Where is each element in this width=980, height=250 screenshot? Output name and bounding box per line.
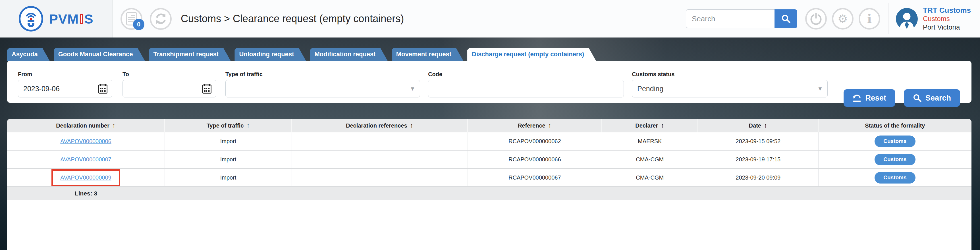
sort-arrow-icon: ↑ <box>548 122 551 129</box>
column-label: Type of traffic <box>207 123 244 129</box>
cell-status: Customs <box>819 132 972 150</box>
tab-movement-request[interactable]: Movement request <box>392 48 463 61</box>
filter-to: To <box>123 71 216 103</box>
to-date-field[interactable] <box>123 80 216 97</box>
status-badge[interactable]: Customs <box>875 135 915 147</box>
cell-date: 2023-09-20 09:09 <box>698 169 819 186</box>
filter-type-of-traffic: Type of traffic ▼ <box>225 71 420 103</box>
cell-declarer: CMA-CGM <box>602 169 698 186</box>
sort-arrow-icon: ↑ <box>410 122 413 129</box>
notification-count-badge: 0 <box>133 19 145 30</box>
quick-icons: 0 <box>121 8 172 30</box>
page-title: Customs > Clearance request (empty conta… <box>181 13 404 25</box>
column-label: Declaration references <box>346 123 407 129</box>
filter-search-button[interactable]: Search <box>904 89 960 107</box>
column-label: Declaration number <box>56 123 110 129</box>
code-field[interactable] <box>428 80 624 97</box>
cell-text: Import <box>220 138 237 145</box>
header-actions: ⚙ i <box>805 8 880 30</box>
column-header-declaration-number[interactable]: Declaration number↑ <box>7 119 165 132</box>
cell-date: 2023-09-19 17:15 <box>698 151 819 168</box>
table-row: AVAPOV000000009ImportRCAPOV000000067CMA-… <box>7 169 972 187</box>
tab-asycuda[interactable]: Asycuda <box>7 48 50 61</box>
tab-unloading-request[interactable]: Unloading request <box>234 48 306 61</box>
to-label: To <box>123 71 216 78</box>
avatar <box>896 8 918 30</box>
search-submit-button[interactable] <box>775 10 797 28</box>
column-header-type-of-traffic[interactable]: Type of traffic↑ <box>165 119 292 132</box>
declaration-link[interactable]: AVAPOV000000006 <box>60 138 111 145</box>
user-port: Port Victoria <box>923 23 971 32</box>
customs-status-label: Customs status <box>632 71 828 78</box>
refresh-button[interactable] <box>150 8 172 30</box>
settings-button[interactable]: ⚙ <box>832 8 854 30</box>
code-input[interactable] <box>433 84 619 93</box>
from-date-field[interactable] <box>18 80 112 97</box>
table-row: AVAPOV000000006ImportRCAPOV000000062MAER… <box>7 132 972 151</box>
tab-goods-manual-clearance[interactable]: Goods Manual Clearance <box>54 48 145 61</box>
chevron-down-icon: ▼ <box>410 86 415 92</box>
cell-text: 2023-09-19 17:15 <box>735 156 781 163</box>
filter-customs-status: Customs status Pending ▼ <box>632 71 828 103</box>
app-window: PVMS 0 <box>0 0 980 250</box>
column-label: Date <box>749 123 761 129</box>
column-label: Status of the formality <box>865 123 925 129</box>
table-header-row: Declaration number↑Type of traffic↑Decla… <box>7 119 972 132</box>
brand-wordmark: PVMS <box>49 11 93 27</box>
cell-reference: RCAPOV000000067 <box>468 169 602 186</box>
info-icon: i <box>867 12 872 26</box>
cell-text: 2023-09-15 09:52 <box>735 138 781 145</box>
reset-button[interactable]: Reset <box>843 89 895 107</box>
documents-button[interactable]: 0 <box>121 8 142 30</box>
from-date-input[interactable] <box>23 84 98 93</box>
gears-icon: ⚙ <box>838 13 848 24</box>
declaration-link[interactable]: AVAPOV000000009 <box>60 174 111 181</box>
search-icon <box>913 94 921 102</box>
cell-text: Import <box>220 174 237 181</box>
tab-label: Discharge request (empty containers) <box>472 51 584 58</box>
tab-transhipment-request[interactable]: Transhipment request <box>149 48 231 61</box>
filter-code: Code <box>428 71 624 103</box>
cell-date: 2023-09-15 09:52 <box>698 132 819 150</box>
cell-text: RCAPOV000000062 <box>509 138 561 145</box>
tab-label: Movement request <box>396 51 451 58</box>
cell-text: MAERSK <box>638 138 662 145</box>
cell-text: CMA-CGM <box>636 156 663 163</box>
search-icon <box>781 14 791 23</box>
column-header-declaration-references[interactable]: Declaration references↑ <box>292 119 468 132</box>
filter-buttons: Reset Search <box>843 75 960 107</box>
refresh-icon <box>154 13 167 25</box>
customs-status-value: Pending <box>637 84 817 93</box>
status-badge[interactable]: Customs <box>875 172 915 183</box>
tab-discharge-request-empty-containers[interactable]: Discharge request (empty containers) <box>467 48 596 61</box>
column-header-declarer[interactable]: Declarer↑ <box>602 119 698 132</box>
table-footer: Lines: 3 <box>7 187 972 200</box>
column-header-date[interactable]: Date↑ <box>698 119 819 132</box>
to-date-input[interactable] <box>128 84 202 93</box>
tab-modification-request[interactable]: Modification request <box>310 48 388 61</box>
cell-declarer: CMA-CGM <box>602 151 698 168</box>
column-label: Reference <box>518 123 546 129</box>
tab-bar: AsycudaGoods Manual ClearanceTranshipmen… <box>7 48 972 61</box>
calendar-icon[interactable] <box>98 83 107 94</box>
cell-text: 2023-09-20 09:09 <box>735 174 781 181</box>
customs-status-select[interactable]: Pending ▼ <box>632 80 828 97</box>
cell-status: Customs <box>819 151 972 168</box>
info-button[interactable]: i <box>859 8 880 30</box>
cell-type-of-traffic: Import <box>165 151 292 168</box>
cell-declaration-references <box>292 132 468 150</box>
status-badge[interactable]: Customs <box>875 154 915 166</box>
column-header-reference[interactable]: Reference↑ <box>468 119 602 132</box>
calendar-icon[interactable] <box>202 83 212 94</box>
declaration-link[interactable]: AVAPOV000000007 <box>60 156 111 163</box>
search-input[interactable] <box>686 10 775 28</box>
from-label: From <box>18 71 112 78</box>
cell-text: CMA-CGM <box>636 174 663 181</box>
cell-declaration-number: AVAPOV000000009 <box>7 169 165 186</box>
type-of-traffic-select[interactable]: ▼ <box>225 80 420 97</box>
tab-label: Asycuda <box>12 51 38 58</box>
user-block[interactable]: TRT Customs Customs Port Victoria <box>896 6 980 32</box>
logout-button[interactable] <box>805 8 827 30</box>
highlight-box: AVAPOV000000009 <box>51 169 120 186</box>
user-texts: TRT Customs Customs Port Victoria <box>923 6 971 32</box>
